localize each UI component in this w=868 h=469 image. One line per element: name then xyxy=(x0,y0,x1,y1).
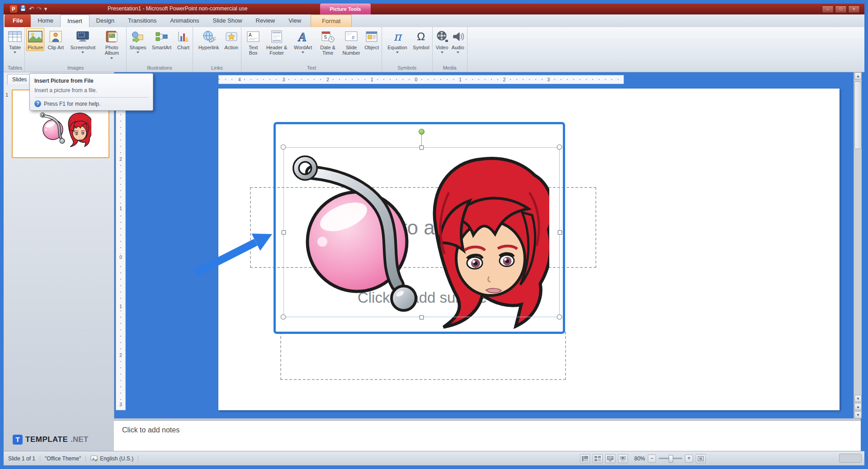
template-net-watermark: T TEMPLATE.NET xyxy=(13,435,88,445)
slide-number-button[interactable]: # Slide Number xyxy=(340,28,363,57)
reading-view-button[interactable] xyxy=(605,454,615,463)
group-media: Video Audio Media xyxy=(433,27,467,72)
resize-handle-n[interactable] xyxy=(420,145,424,150)
resize-handle-w[interactable] xyxy=(282,230,286,234)
spellcheck-status[interactable]: English (U.S.) xyxy=(86,455,138,462)
tab-view[interactable]: View xyxy=(282,14,308,27)
normal-view-button[interactable] xyxy=(580,454,590,463)
date-time-button[interactable]: 5 Date & Time xyxy=(316,28,340,57)
fit-to-window-button[interactable] xyxy=(696,454,706,463)
smartart-button[interactable]: SmartArt xyxy=(148,28,176,51)
ruler-mark: 0 xyxy=(414,77,419,82)
wordart-icon: A xyxy=(296,29,310,44)
tab-format[interactable]: Format xyxy=(311,14,352,27)
tab-file[interactable]: File xyxy=(5,14,31,27)
dropdown-arrow-icon xyxy=(457,52,459,55)
zoom-in-button[interactable]: + xyxy=(685,455,693,463)
undo-icon[interactable]: ↶ xyxy=(29,6,34,12)
slides-panel-tab[interactable]: Slides xyxy=(7,74,32,84)
table-button[interactable]: Table xyxy=(7,28,23,56)
text-box-icon: A xyxy=(247,29,259,44)
object-button[interactable]: Object xyxy=(363,28,380,51)
group-label-links: Links xyxy=(194,65,240,72)
tab-review[interactable]: Review xyxy=(249,14,282,27)
symbol-button[interactable]: Ω Symbol xyxy=(411,28,431,51)
zoom-slider[interactable] xyxy=(659,458,682,459)
tooltip-description: Insert a picture from a file. xyxy=(34,87,148,94)
resize-handle-nw[interactable] xyxy=(281,145,286,150)
next-slide-icon[interactable]: ▼ xyxy=(854,411,862,418)
slide-sorter-view-button[interactable] xyxy=(593,454,603,463)
ribbon: Table Tables Picture Clip Art Screenshot xyxy=(4,27,864,72)
equation-icon: π xyxy=(393,29,401,44)
app-logo-icon[interactable]: P xyxy=(10,5,17,13)
notes-pane[interactable]: Click to add notes xyxy=(114,420,861,451)
ruler-mark: 2 xyxy=(119,352,122,359)
maximize-button[interactable]: □ xyxy=(835,5,847,13)
slideshow-view-button[interactable] xyxy=(618,454,628,463)
video-button[interactable]: Video xyxy=(434,28,450,56)
smartart-icon xyxy=(155,29,169,44)
text-box-button[interactable]: A Text Box xyxy=(243,28,264,57)
close-button[interactable]: × xyxy=(848,5,860,13)
svg-text:A: A xyxy=(297,30,307,43)
subtitle-placeholder[interactable] xyxy=(280,332,566,380)
tab-transitions[interactable]: Transitions xyxy=(121,14,163,27)
resize-handle-e[interactable] xyxy=(558,230,562,234)
scroll-down-icon[interactable]: ▼ xyxy=(854,395,862,402)
action-icon xyxy=(225,29,238,44)
spellcheck-icon xyxy=(90,455,98,462)
shapes-button[interactable]: Shapes xyxy=(128,28,147,56)
vertical-scrollbar[interactable]: ▲ ▼ ▲ ▼ xyxy=(854,72,862,418)
zoom-out-button[interactable]: − xyxy=(648,455,656,463)
ruler-mark: 2 xyxy=(502,77,507,82)
screenshot-button[interactable]: Screenshot xyxy=(67,28,99,56)
tab-insert[interactable]: Insert xyxy=(60,14,90,27)
audio-button[interactable]: Audio xyxy=(450,28,466,56)
minimize-button[interactable]: – xyxy=(822,5,834,13)
ruler-mark: 4 xyxy=(237,77,242,82)
chart-button[interactable]: Chart xyxy=(176,28,191,51)
picture-button[interactable]: Picture xyxy=(26,28,44,51)
scrollbar-thumb[interactable] xyxy=(854,81,862,149)
resize-handle-sw[interactable] xyxy=(281,314,286,319)
scroll-up-icon[interactable]: ▲ xyxy=(854,72,862,80)
title-bar: P ↶ ↷ ▾ Presentation1 - Microsoft PowerP… xyxy=(4,4,864,14)
resize-handle-se[interactable] xyxy=(557,314,562,319)
group-tables: Table Tables xyxy=(5,27,25,72)
wordart-button[interactable]: A WordArt xyxy=(290,28,316,56)
slide-thumbnail-number: 1 xyxy=(5,92,8,98)
tab-animations[interactable]: Animations xyxy=(163,14,206,27)
group-label-media: Media xyxy=(434,65,466,72)
previous-slide-icon[interactable]: ▲ xyxy=(854,403,862,410)
tooltip-divider xyxy=(34,97,148,98)
rotation-handle[interactable] xyxy=(419,129,425,135)
template-net-logo: T xyxy=(13,435,23,445)
save-icon[interactable] xyxy=(20,5,26,13)
tab-design[interactable]: Design xyxy=(90,14,121,27)
resize-handle-s[interactable] xyxy=(420,315,424,319)
slides-panel: Slides × 1 xyxy=(4,72,114,451)
group-images: Picture Clip Art Screenshot Photo Album xyxy=(25,27,127,72)
notes-placeholder-text: Click to add notes xyxy=(122,426,861,434)
hyperlink-button[interactable]: Hyperlink xyxy=(194,28,223,51)
group-symbols: π Equation Ω Symbol Symbols xyxy=(382,27,433,72)
language-label: English (U.S.) xyxy=(100,455,133,462)
corner-scroll-chip[interactable] xyxy=(839,454,862,463)
tab-slideshow[interactable]: Slide Show xyxy=(206,14,249,27)
tab-home[interactable]: Home xyxy=(31,14,60,27)
tooltip-help-text: Press F1 for more help. xyxy=(44,101,100,107)
window-controls: – □ × xyxy=(822,5,860,13)
zoom-slider-thumb[interactable] xyxy=(669,455,673,463)
qat-menu-arrow-icon[interactable]: ▾ xyxy=(44,6,47,12)
header-footer-button[interactable]: Header & Footer xyxy=(264,28,290,57)
resize-handle-ne[interactable] xyxy=(557,145,562,150)
equation-button[interactable]: π Equation xyxy=(383,28,411,56)
group-label-symbols: Symbols xyxy=(383,65,431,72)
clip-art-button[interactable]: Clip Art xyxy=(44,28,67,51)
thumbnail-clipart xyxy=(35,111,91,147)
redo-icon[interactable]: ↷ xyxy=(37,6,42,12)
action-button[interactable]: Action xyxy=(223,28,240,51)
ruler-mark: 2 xyxy=(325,77,330,82)
photo-album-button[interactable]: Photo Album xyxy=(99,28,125,61)
